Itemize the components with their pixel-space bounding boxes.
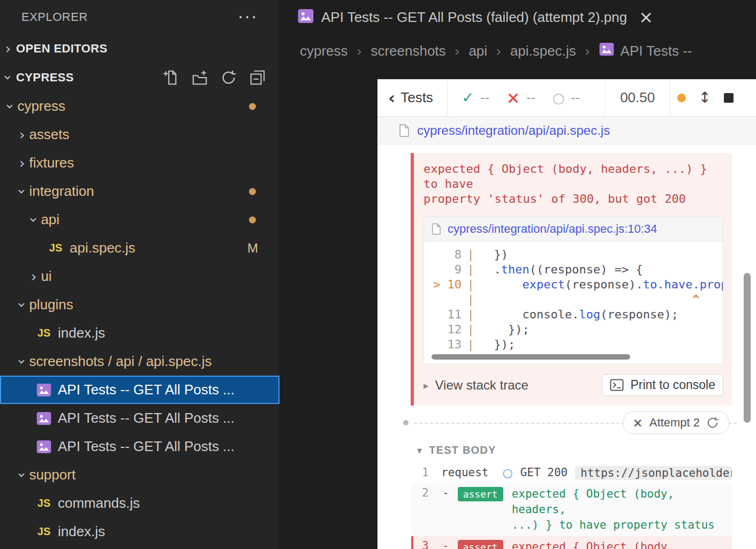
retry-refresh-icon	[706, 416, 719, 429]
failed-x-icon: ×	[506, 90, 520, 106]
cypress-section-header[interactable]: › CYPRESS	[0, 63, 279, 92]
chevron-down-icon: ›	[0, 70, 16, 86]
auto-scroll-icon: ↕	[699, 89, 711, 106]
collapse-all-icon[interactable]	[250, 70, 266, 86]
gutter-pipe: |	[462, 262, 480, 277]
chevron-down-icon: ›	[14, 359, 30, 364]
tree-item-label: assets	[29, 126, 69, 143]
explorer-title: EXPLORER	[21, 10, 88, 24]
modified-dot	[249, 188, 256, 195]
gutter-pipe: |	[462, 277, 480, 292]
explorer-sidebar: EXPLORER ··· › OPEN EDITORS › CYPRESS	[0, 0, 279, 549]
breadcrumb-item-current[interactable]: API Tests --	[599, 43, 692, 59]
vscode-window: EXPLORER ··· › OPEN EDITORS › CYPRESS	[0, 0, 756, 549]
line-number: 8	[424, 247, 462, 262]
tree-folder-support-13[interactable]: ›support	[0, 461, 279, 489]
print-to-console-button: Print to console	[602, 374, 723, 396]
code-line-3: | ^	[424, 292, 723, 307]
tree-item-label: API Tests -- GET All Posts ...	[58, 410, 235, 426]
tree-folder-ui-6[interactable]: ›ui	[0, 262, 279, 291]
js-file-icon: JS	[34, 327, 54, 339]
file-tree: ›cypress›assets›fixtures›integration›api…	[0, 92, 279, 546]
close-icon[interactable]: ×	[639, 9, 653, 26]
chevron-down-icon: ›	[26, 217, 42, 222]
tree-item-label: api	[41, 211, 59, 228]
cypress-toolbar: ‹ Tests ✓ -- × -- ○ -- 00.50 ↕	[377, 79, 756, 117]
line-number: 13	[424, 337, 462, 352]
tab-title: API Tests -- GET All Posts (failed) (att…	[321, 9, 627, 26]
breadcrumb-item-api-spec-js[interactable]: api.spec.js	[510, 43, 576, 59]
assert-message: expected { Object (body, headers, ...) }…	[512, 486, 732, 533]
refresh-icon[interactable]	[221, 70, 237, 86]
tree-item-label: commands.js	[58, 495, 140, 512]
tree-file-api-tests-get-all-posts-11[interactable]: API Tests -- GET All Posts ...	[0, 404, 279, 432]
tree-folder-fixtures-2[interactable]: ›fixtures	[0, 149, 279, 177]
command-row-2: 2-assertexpected { Object (body, headers…	[411, 483, 732, 536]
command-number: 3	[422, 539, 441, 549]
reporter-scroll-area: expected { Object (body, headers, ...) }…	[377, 144, 756, 549]
modified-dot	[249, 103, 256, 110]
code-frame: cypress/integration/api/api.spec.js:10:3…	[424, 216, 723, 364]
breadcrumb-item-cypress[interactable]: cypress	[300, 43, 348, 59]
breadcrumb-item-api[interactable]: api	[468, 43, 487, 59]
editor-area: API Tests -- GET All Posts (failed) (att…	[279, 0, 756, 549]
spec-file-link: cypress/integration/api/api.spec.js	[417, 123, 610, 138]
more-actions-icon[interactable]: ···	[238, 8, 258, 27]
tree-folder-screenshots-api-api-spec-js-9[interactable]: ›screenshots / api / api.spec.js	[0, 347, 279, 376]
image-file-icon	[34, 412, 54, 425]
code-frame-body: 8| })9| .then((response) => {> 10| expec…	[424, 242, 723, 353]
image-file-icon	[298, 9, 314, 25]
tree-folder-cypress-0[interactable]: ›cypress	[0, 92, 279, 120]
line-number	[424, 292, 462, 307]
chevron-right-icon: ›	[455, 43, 460, 59]
chevron-down-icon: ›	[14, 302, 30, 307]
open-editors-header[interactable]: › OPEN EDITORS	[0, 34, 279, 63]
code-text: });	[480, 322, 530, 337]
tree-item-label: integration	[29, 183, 94, 200]
stop-icon	[724, 93, 734, 103]
tree-folder-integration-3[interactable]: ›integration	[0, 177, 279, 205]
tree-file-index-js-8[interactable]: JSindex.js	[0, 319, 279, 347]
tree-file-api-spec-js-5[interactable]: JSapi.spec.jsM	[0, 234, 279, 262]
tree-folder-api-4[interactable]: ›api	[0, 205, 279, 234]
cypress-section-label: CYPRESS	[16, 71, 74, 85]
section-actions	[163, 70, 279, 86]
breadcrumb-item-screenshots[interactable]: screenshots	[371, 43, 445, 59]
passed-count: --	[480, 90, 489, 105]
tree-item-label: plugins	[29, 296, 73, 313]
new-file-icon[interactable]	[163, 70, 179, 86]
tree-file-index-js-15[interactable]: JSindex.js	[0, 517, 279, 546]
tab-bar: API Tests -- GET All Posts (failed) (att…	[279, 0, 756, 34]
tab-api-tests-png[interactable]: API Tests -- GET All Posts (failed) (att…	[279, 0, 666, 34]
attempt-failed-x-icon: ×	[633, 417, 643, 429]
tree-file-api-tests-get-all-posts-10[interactable]: API Tests -- GET All Posts ...	[0, 376, 279, 404]
file-icon	[399, 124, 410, 137]
chevron-right-icon: ›	[0, 41, 16, 57]
bullet-icon	[403, 420, 409, 425]
command-log: 1request○GET 200https://jsonplaceholder.…	[411, 463, 732, 549]
image-preview-panel: ‹ Tests ✓ -- × -- ○ -- 00.50 ↕	[279, 67, 756, 549]
tree-folder-plugins-7[interactable]: ›plugins	[0, 291, 279, 319]
view-stack-trace-label: View stack trace	[435, 378, 528, 393]
chevron-right-icon: ›	[496, 43, 502, 59]
git-modified-badge: M	[247, 241, 258, 256]
explorer-header: EXPLORER ···	[0, 0, 279, 34]
file-icon	[432, 223, 441, 235]
line-number: 11	[424, 307, 462, 322]
tree-file-api-tests-get-all-posts-12[interactable]: API Tests -- GET All Posts ...	[0, 432, 279, 461]
tree-item-label: ui	[41, 268, 51, 285]
status-dot-icon	[677, 94, 686, 102]
chevron-right-icon: ›	[357, 43, 362, 59]
duration: 00.50	[605, 79, 670, 116]
tree-folder-assets-1[interactable]: ›assets	[0, 120, 279, 149]
pending-count: --	[571, 90, 580, 105]
image-preview[interactable]: ‹ Tests ✓ -- × -- ○ -- 00.50 ↕	[377, 79, 756, 549]
test-stats: ✓ -- × -- ○ --	[448, 79, 605, 116]
request-url: https://jsonplaceholder.t…	[575, 466, 732, 480]
new-folder-icon[interactable]	[192, 70, 208, 86]
command-row-1: 1request○GET 200https://jsonplaceholder.…	[411, 463, 732, 483]
test-body-section: ▾ TEST BODY 1request○GET 200https://json…	[377, 444, 756, 549]
gutter-pipe: |	[462, 247, 480, 262]
tree-item-label: support	[29, 467, 75, 483]
tree-file-commands-js-14[interactable]: JScommands.js	[0, 489, 279, 517]
